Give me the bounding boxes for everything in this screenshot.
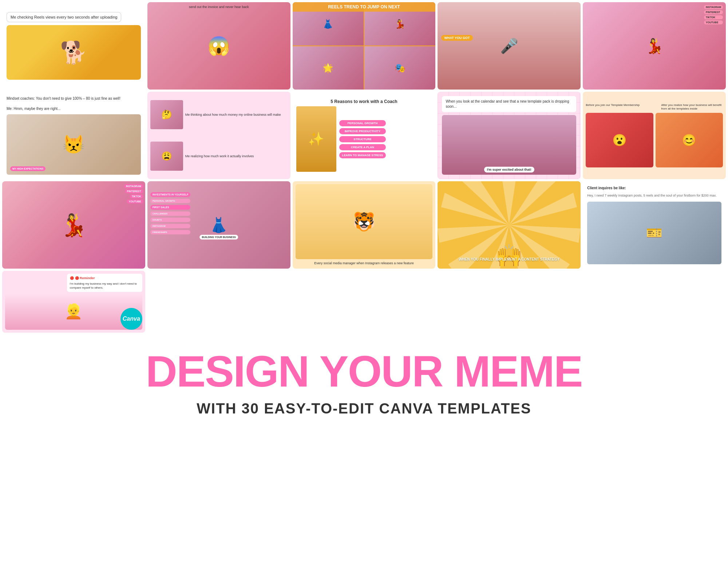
card-calendar-excitement: When you look at the calendar and see th… [438,92,581,179]
card12-pill-2: PERSONAL GROWTH [150,199,191,203]
card-5-reasons: 5 Reasons to work with a Coach ✨ PERSONA… [293,92,436,179]
card8-reasons: PERSONAL GROWTH IMPROVE PRODUCTIVITY STR… [339,106,386,172]
card3-photo-4: 🎭 [364,46,435,90]
card2-image: 😱 [147,2,290,90]
card8-reason-1: PERSONAL GROWTH [339,120,386,126]
card8-reason-3: STRUCTURE [339,136,386,142]
card16-reminder-title: 🔴 🔴 Reminder [70,276,139,281]
card7-top: 🤔 Me thinking about how much money my on… [150,95,288,135]
card12-pill-3: FIRST SALES [150,205,191,210]
card15-text: Hey, I need 7 weekly Instagram posts, 5 … [587,194,717,198]
card5-badges: INSTAGRAM PINTEREST TIKTOK YOUTUBE [704,5,723,24]
card12-pill-1: INVESTMENTS IN YOURSELF [150,192,191,197]
bell-icon: 🔴 [70,276,74,281]
card9-label: I'm super excited about that! [484,167,534,173]
card12-pill-5: DOUBTS [150,218,191,222]
card12-pill-4: CHALLENGES [150,211,191,216]
card-fashion-collage: 💃 INSTAGRAM PINTEREST TIKTOK YOUTUBE [583,2,726,90]
card5-badge-4: YOUTUBE [704,20,723,24]
card1-bubble: Me checking Reels views every two second… [7,12,121,22]
card-fashion-row: 💃 INSTAGRAM PINTEREST TIKTOK YOUTUBE [2,181,145,269]
card7-caption-1: Me thinking about how much money my onli… [185,112,281,117]
card8-reason-2: IMPROVE PRODUCTIVITY [339,128,386,134]
card10-before-label: Before you join our Template Membership [586,103,648,111]
card13-image: 🐯 [296,184,433,259]
card8-reason-4: CREATE A PLAN [339,144,386,150]
card10-after-label: After you realize how your business will… [661,103,723,111]
card4-image: 🎤 [438,2,581,90]
card-pink-panther: 🐯 Every social media manager when Instag… [293,181,436,269]
card7-split: 🤔 Me thinking about how much money my on… [150,95,288,176]
card7-face-1: 🤔 [150,100,183,129]
card-checking-reels: Me checking Reels views every two second… [2,2,145,90]
card11-label-2: PINTEREST [125,189,143,193]
card8-reason-5: LEARN TO MANAGE STRESS [339,152,386,158]
card5-badge-3: TIKTOK [704,15,723,19]
bottom-section: DESIGN YOUR MEME WITH 30 EASY-TO-EDIT CA… [0,335,728,428]
card3-grid: 👗 💃 🌟 🎭 [293,2,436,90]
card7-bottom: 😩 Me realizing how much work it actually… [150,136,288,176]
card4-badge: WHAT YOU GOT [441,35,472,41]
main-headline: DESIGN YOUR MEME [7,349,721,393]
card-invoice: 😱 send out the invoice and never hear ba… [147,2,290,90]
card-grumpy-cat: Mindset coaches: You don't need to give … [2,92,145,179]
card10-labels: Before you join our Template Membership … [586,103,723,111]
card14-text: WHEN YOU FINALLY IMPLEMENT A CONTENT STR… [459,257,559,261]
card9-image: I'm super excited about that! [442,115,576,175]
card-client-inquires: Client inquires be like: Hey, I need 7 w… [583,181,726,269]
card15-title: Client inquires be like: [587,186,626,191]
card3-photo-3: 🌟 [293,46,364,90]
card-reminder: 🔴 🔴 Reminder I'm building my business my… [2,271,145,333]
card8-content: ✨ PERSONAL GROWTH IMPROVE PRODUCTIVITY S… [296,106,432,172]
card15-image: 🎫 [587,202,721,264]
card10-image-before: 😮 [586,113,653,167]
card-thinking-realizing: 🤔 Me thinking about how much money my on… [147,92,290,179]
card16-reminder: 🔴 🔴 Reminder I'm building my business my… [67,274,142,292]
card6-text: Mindset coaches: You don't need to give … [7,96,120,111]
card3-title: REELS TREND TO JUMP ON NEXT [293,2,436,12]
template-grid: Me checking Reels views every two second… [0,0,728,335]
card-reels-trend: REELS TREND TO JUMP ON NEXT 👗 💃 🌟 🎭 [293,2,436,90]
card6-badge: MY HIGH EXPECTATIONS [10,166,46,171]
card-content-strategy: .ray { fill: #f5c040; stroke: #fff; stro… [438,181,581,269]
card12-pill-6: INSTAGRAM [150,224,191,228]
card11-label-1: INSTAGRAM [124,184,143,188]
card-investments: 👗 INVESTMENTS IN YOURSELF PERSONAL GROWT… [147,181,290,269]
card16-reminder-text: I'm building my business my way and I do… [70,282,139,290]
card5-badge-2: PINTEREST [704,10,723,14]
card14-figure: 🙌 [495,243,523,269]
card8-title: 5 Reasons to work with a Coach [331,99,397,104]
card1-image: 🐕 [7,25,141,80]
card11-label-4: YOUTUBE [127,199,143,203]
card-before-after: Before you join our Template Membership … [583,92,726,179]
card11-labels: INSTAGRAM PINTEREST TIKTOK YOUTUBE [124,184,143,203]
card6-image: 😾 MY HIGH EXPECTATIONS [7,114,141,175]
card12-pill-7: FRIENDSHIPS [150,230,191,234]
sub-headline: WITH 30 EASY-TO-EDIT CANVA TEMPLATES [7,400,721,417]
card10-image-after: 😊 [656,113,723,167]
card11-image: 💃 [2,181,145,269]
card10-images: 😮 😊 [586,113,723,167]
card2-text: send out the invoice and never hear back [189,5,249,9]
card11-label-3: TIKTOK [130,194,143,198]
card7-caption-2: Me realizing how much work it actually i… [185,154,254,159]
card9-text: When you look at the calendar and see th… [442,96,576,112]
card5-badge-1: INSTAGRAM [704,5,723,9]
canva-badge: Canva [120,308,142,330]
card12-pills: INVESTMENTS IN YOURSELF PERSONAL GROWTH … [150,192,191,234]
card12-building: BUILDING YOUR BUSINESS [199,235,238,239]
card13-caption: Every social media manager when Instagra… [314,261,414,266]
card-what-you-got: 🎤 WHAT YOU GOT [438,2,581,90]
card7-face-2: 😩 [150,142,183,171]
card8-image: ✨ [296,106,336,172]
